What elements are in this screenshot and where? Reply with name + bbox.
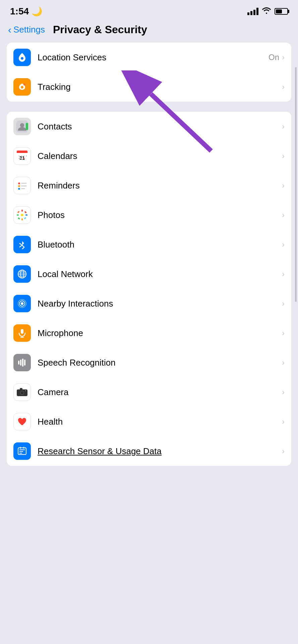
moon-icon: 🌙 (32, 6, 42, 17)
microphone-label: Microphone (38, 328, 282, 338)
svg-point-4 (20, 123, 24, 127)
svg-point-11 (21, 155, 22, 157)
svg-rect-32 (24, 217, 26, 219)
health-item[interactable]: Health › (7, 407, 291, 436)
svg-rect-25 (21, 210, 23, 212)
svg-rect-41 (21, 329, 23, 334)
photos-item[interactable]: Photos › (7, 200, 291, 230)
svg-point-13 (26, 155, 27, 157)
svg-rect-26 (21, 218, 23, 220)
tracking-label: Tracking (38, 82, 282, 92)
microphone-chevron: › (282, 328, 285, 338)
contacts-chevron: › (282, 122, 285, 131)
nearby-interactions-icon (13, 295, 31, 312)
svg-rect-5 (26, 123, 28, 130)
location-services-icon (13, 49, 31, 66)
svg-rect-28 (25, 214, 27, 216)
svg-rect-22 (21, 185, 26, 186)
svg-point-38 (21, 302, 23, 305)
reminders-item[interactable]: Reminders › (7, 171, 291, 200)
speech-recognition-icon (13, 354, 31, 371)
contacts-icon (13, 118, 31, 135)
svg-point-19 (18, 185, 20, 187)
speech-recognition-item[interactable]: Speech Recognition › (7, 348, 291, 377)
back-label: Settings (13, 24, 45, 35)
photos-label: Photos (38, 210, 282, 220)
svg-point-24 (21, 214, 23, 216)
reminders-chevron: › (282, 181, 285, 190)
back-button[interactable]: ‹ Settings (8, 24, 45, 36)
calendars-chevron: › (282, 151, 285, 161)
svg-point-51 (25, 390, 26, 391)
contacts-label: Contacts (38, 121, 282, 132)
location-services-value: On (269, 53, 279, 62)
svg-rect-42 (18, 361, 19, 365)
research-item[interactable]: Research Sensor & Usage Data › (7, 436, 291, 466)
contacts-item[interactable]: Contacts › (7, 112, 291, 141)
speech-recognition-label: Speech Recognition (38, 358, 282, 368)
location-services-chevron: › (282, 53, 285, 62)
calendars-label: Calendars (38, 151, 282, 161)
bluetooth-chevron: › (282, 240, 285, 249)
local-network-label: Local Network (38, 269, 282, 279)
nearby-interactions-chevron: › (282, 299, 285, 308)
local-network-item[interactable]: Local Network › (7, 259, 291, 289)
svg-rect-44 (22, 359, 23, 367)
svg-point-16 (23, 158, 25, 159)
svg-point-20 (18, 188, 20, 190)
time-label: 1:54 (10, 6, 29, 17)
microphone-icon (13, 324, 31, 342)
nearby-interactions-label: Nearby Interactions (38, 299, 282, 309)
calendars-icon: 31 (13, 147, 31, 165)
svg-point-12 (23, 155, 25, 157)
research-icon (13, 442, 31, 460)
svg-rect-23 (21, 188, 25, 189)
local-network-icon (13, 265, 31, 283)
top-section: Location Services On › Tracking › (7, 43, 291, 102)
status-icons (247, 7, 288, 16)
health-chevron: › (282, 417, 285, 426)
camera-item[interactable]: Camera › (7, 377, 291, 407)
page-title: Privacy & Security (53, 23, 147, 36)
speech-recognition-chevron: › (282, 358, 285, 367)
status-time: 1:54 🌙 (10, 6, 42, 17)
location-services-item[interactable]: Location Services On › (7, 43, 291, 72)
camera-label: Camera (38, 387, 282, 397)
svg-rect-27 (17, 214, 19, 216)
svg-rect-31 (18, 217, 20, 220)
camera-icon (13, 383, 31, 401)
microphone-item[interactable]: Microphone › (7, 318, 291, 348)
svg-rect-43 (20, 360, 21, 366)
health-icon (13, 413, 31, 430)
bluetooth-label: Bluetooth (38, 239, 282, 250)
permissions-section: Contacts › 31 Calendars › (7, 112, 291, 466)
tracking-icon (13, 78, 31, 96)
svg-rect-29 (17, 211, 20, 213)
location-services-label: Location Services (38, 52, 269, 63)
research-chevron: › (282, 446, 285, 456)
photos-chevron: › (282, 210, 285, 220)
status-bar: 1:54 🌙 (0, 0, 298, 20)
wifi-icon (262, 7, 271, 16)
research-label: Research Sensor & Usage Data (38, 446, 282, 457)
signal-icon (247, 8, 258, 15)
photos-icon (13, 206, 31, 224)
nav-header: ‹ Settings Privacy & Security (0, 20, 298, 43)
bluetooth-item[interactable]: Bluetooth › (7, 230, 291, 259)
battery-icon (275, 8, 288, 15)
svg-point-14 (18, 158, 20, 159)
scrollbar[interactable] (295, 67, 297, 302)
svg-point-49 (21, 392, 23, 393)
reminders-icon (13, 177, 31, 194)
nearby-interactions-item[interactable]: Nearby Interactions › (7, 289, 291, 318)
svg-rect-30 (24, 211, 27, 213)
svg-point-15 (21, 158, 22, 159)
calendars-item[interactable]: 31 Calendars › (7, 141, 291, 171)
svg-point-18 (18, 182, 20, 184)
svg-point-2 (23, 84, 25, 86)
back-chevron-icon: ‹ (8, 24, 11, 36)
tracking-chevron: › (282, 82, 285, 92)
health-label: Health (38, 417, 282, 427)
tracking-item[interactable]: Tracking › (7, 72, 291, 102)
camera-chevron: › (282, 387, 285, 397)
